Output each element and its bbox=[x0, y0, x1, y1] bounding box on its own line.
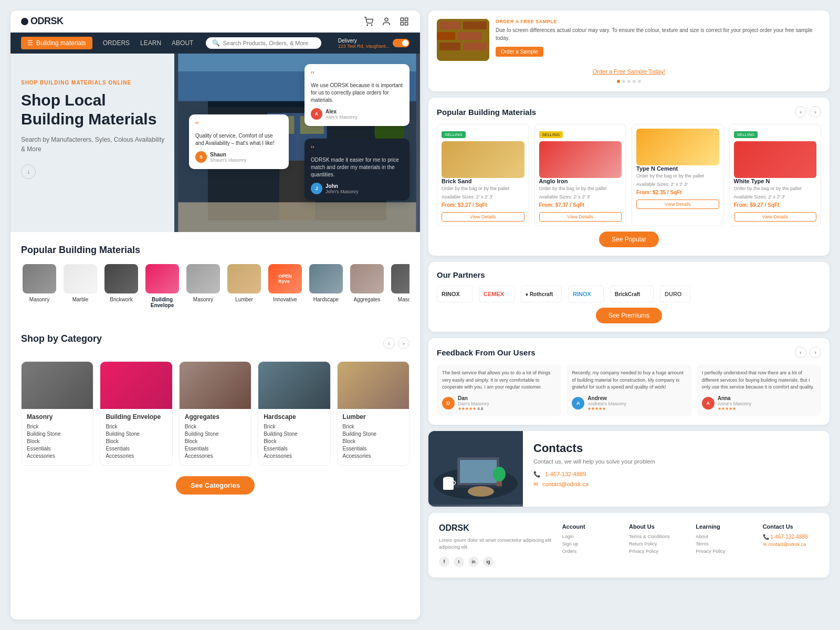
masonry-brick-link[interactable]: Brick bbox=[27, 424, 88, 429]
category-card-building-envelope: Building Envelope Brick Building Stone B… bbox=[100, 361, 172, 466]
see-popular-button[interactable]: See Popular bbox=[599, 232, 659, 247]
building-brick-link[interactable]: Brick bbox=[106, 424, 166, 429]
next-feedback-arrow[interactable]: › bbox=[810, 346, 821, 358]
footer-signup-link[interactable]: Sign up bbox=[562, 541, 618, 547]
dot-2 bbox=[622, 80, 625, 83]
category-items-building-envelope: Brick Building Stone Block Essentials Ac… bbox=[100, 424, 172, 459]
material-name-hardscape: Hardscape bbox=[313, 297, 339, 302]
building-building-stone-link[interactable]: Building Stone bbox=[106, 431, 166, 437]
svg-text:CEMEX: CEMEX bbox=[484, 291, 505, 297]
feedback-company-2: Andrew's Masonry bbox=[587, 401, 626, 406]
material-lumber[interactable]: Lumber bbox=[226, 264, 262, 308]
category-img-lumber bbox=[338, 362, 409, 409]
material-masonry-2[interactable]: Masonry bbox=[185, 264, 222, 308]
partner-cemex: CEMEX bbox=[479, 286, 514, 302]
svg-text:BrickCraft: BrickCraft bbox=[615, 291, 640, 297]
delivery-toggle-switch[interactable] bbox=[393, 39, 410, 47]
nav-orders[interactable]: ORDERS bbox=[103, 39, 130, 47]
aggregates-building-stone-link[interactable]: Building Stone bbox=[185, 431, 246, 437]
material-innovative[interactable]: OPENRyve Innovative bbox=[267, 264, 303, 308]
material-masonry-1[interactable]: Masonry bbox=[21, 264, 58, 308]
masonry-block-link[interactable]: Block bbox=[27, 438, 88, 444]
nav-about[interactable]: ABOUT bbox=[172, 39, 193, 47]
material-thumb-lumber bbox=[227, 264, 261, 293]
view-details-sand-button[interactable]: View Details bbox=[442, 212, 524, 222]
material-marble[interactable]: Marble bbox=[62, 264, 99, 308]
lumber-accessories-link[interactable]: Accessories bbox=[343, 453, 404, 459]
material-masonry-3[interactable]: Masonry bbox=[390, 264, 410, 308]
hardscape-brick-link[interactable]: Brick bbox=[264, 424, 324, 429]
next-category-arrow[interactable]: › bbox=[398, 338, 410, 349]
testimonial-author-2: J John John's Masonry bbox=[311, 183, 403, 194]
aggregates-block-link[interactable]: Block bbox=[185, 438, 246, 444]
quote-mark-3: " bbox=[311, 70, 403, 80]
footer-login-link[interactable]: Login bbox=[562, 534, 618, 539]
aggregates-brick-link[interactable]: Brick bbox=[185, 424, 246, 429]
apps-icon[interactable] bbox=[399, 16, 410, 27]
view-details-iron-button[interactable]: View Details bbox=[539, 212, 622, 222]
social-linkedin-icon[interactable]: in bbox=[468, 556, 479, 567]
next-product-arrow[interactable]: › bbox=[810, 106, 821, 118]
building-block-link[interactable]: Block bbox=[106, 438, 166, 444]
search-input[interactable] bbox=[223, 40, 315, 46]
building-accessories-link[interactable]: Accessories bbox=[106, 453, 166, 459]
footer-terms-learning-link[interactable]: Terms bbox=[696, 541, 752, 547]
material-brickwork[interactable]: Brickwork bbox=[103, 264, 140, 308]
masonry-essentials-link[interactable]: Essentials bbox=[27, 446, 88, 452]
product-card-anglo-iron: SELLING Anglo Iron Order by the bag or b… bbox=[534, 124, 627, 226]
search-bar[interactable]: 🔍 bbox=[206, 37, 321, 49]
hardscape-block-link[interactable]: Block bbox=[264, 438, 324, 444]
footer-terms-link[interactable]: Terms & Conditions bbox=[629, 534, 685, 539]
hardscape-building-stone-link[interactable]: Building Stone bbox=[264, 431, 324, 437]
sample-footer-link[interactable]: Order a Free Sample Today! bbox=[593, 68, 666, 75]
contacts-phone-item: 📞 1-467-132-4889 bbox=[533, 471, 819, 478]
contacts-subtitle: Contact us, we will help you solve your … bbox=[533, 458, 819, 465]
svg-point-0 bbox=[367, 25, 368, 26]
material-building-envelope[interactable]: Building Envelope bbox=[144, 264, 181, 308]
footer-orders-link[interactable]: Orders bbox=[562, 549, 618, 554]
footer-phone: 📞 1-467-132-4889 bbox=[763, 534, 819, 540]
footer-return-policy-link[interactable]: Return Policy bbox=[629, 541, 685, 547]
view-details-typen-button[interactable]: View Details bbox=[734, 212, 817, 222]
building-essentials-link[interactable]: Essentials bbox=[106, 446, 166, 452]
partner-rothcraft: ♦ Rothcraft bbox=[521, 286, 562, 302]
hardscape-accessories-link[interactable]: Accessories bbox=[264, 453, 324, 459]
see-categories-button[interactable]: See Categories bbox=[176, 476, 255, 495]
cart-icon[interactable] bbox=[363, 16, 374, 27]
feedback-text-3: I perfectly understood that now there ar… bbox=[702, 370, 816, 391]
masonry-building-stone-link[interactable]: Building Stone bbox=[27, 431, 88, 437]
footer-about-link[interactable]: About bbox=[696, 534, 752, 539]
view-details-cement-button[interactable]: View Details bbox=[636, 200, 719, 209]
prev-feedback-arrow[interactable]: ‹ bbox=[795, 346, 806, 358]
social-instagram-icon[interactable]: ig bbox=[483, 556, 494, 567]
see-premiums-button[interactable]: See Premiums bbox=[596, 308, 663, 323]
footer-privacy-link[interactable]: Privacy Policy bbox=[629, 549, 685, 554]
social-twitter-icon[interactable]: t bbox=[454, 556, 464, 567]
building-materials-button[interactable]: ☰ Building materials bbox=[21, 37, 92, 49]
hardscape-essentials-link[interactable]: Essentials bbox=[264, 446, 324, 452]
logo-icon bbox=[21, 18, 28, 25]
footer-learning-column: Learning About Terms Privacy Policy bbox=[696, 523, 752, 567]
aggregates-accessories-link[interactable]: Accessories bbox=[185, 453, 246, 459]
lumber-brick-link[interactable]: Brick bbox=[343, 424, 404, 429]
footer-contact-us-title: Contact Us bbox=[763, 523, 819, 530]
footer-privacy-learning-link[interactable]: Privacy Policy bbox=[696, 549, 752, 554]
svg-rect-21 bbox=[463, 22, 487, 29]
material-aggregates[interactable]: Aggregates bbox=[349, 264, 385, 308]
social-facebook-icon[interactable]: f bbox=[439, 556, 449, 567]
prev-product-arrow[interactable]: ‹ bbox=[795, 106, 806, 118]
product-img-iron bbox=[539, 141, 622, 178]
aggregates-essentials-link[interactable]: Essentials bbox=[185, 446, 246, 452]
lumber-essentials-link[interactable]: Essentials bbox=[343, 446, 404, 452]
product-avail-cement: Available Sizes: 2' x 2' 3' bbox=[636, 182, 719, 188]
lumber-building-stone-link[interactable]: Building Stone bbox=[343, 431, 404, 437]
order-sample-button[interactable]: Order a Sample bbox=[496, 47, 543, 57]
scroll-down-button[interactable]: ↓ bbox=[21, 164, 36, 179]
nav-learn[interactable]: LEARN bbox=[140, 39, 161, 47]
prev-category-arrow[interactable]: ‹ bbox=[383, 338, 395, 349]
category-header: Shop by Category ‹ › bbox=[21, 333, 410, 353]
user-icon[interactable] bbox=[381, 16, 392, 27]
material-hardscape[interactable]: Hardscape bbox=[308, 264, 344, 308]
lumber-block-link[interactable]: Block bbox=[343, 438, 404, 444]
masonry-accessories-link[interactable]: Accessories bbox=[27, 453, 88, 459]
